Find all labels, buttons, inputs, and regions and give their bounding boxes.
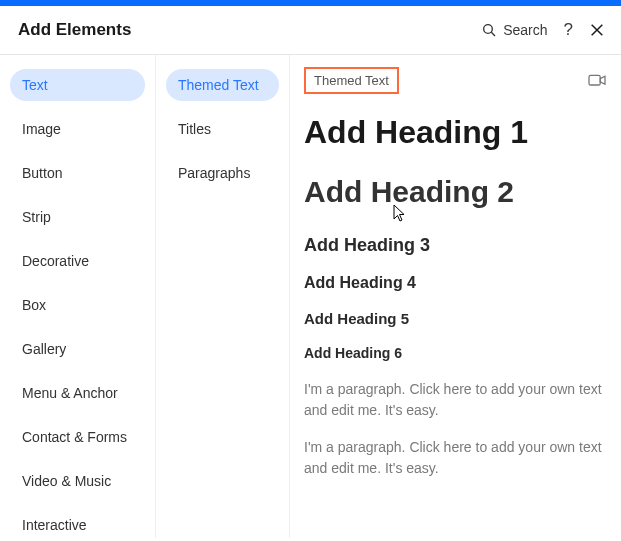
element-heading-5[interactable]: Add Heading 5 <box>304 310 607 327</box>
panel-body: Text Image Button Strip Decorative Box G… <box>0 55 621 538</box>
category-video-music[interactable]: Video & Music <box>10 465 145 497</box>
subcategory-paragraphs[interactable]: Paragraphs <box>166 157 279 189</box>
element-heading-1[interactable]: Add Heading 1 <box>304 114 607 151</box>
category-list: Text Image Button Strip Decorative Box G… <box>0 55 156 538</box>
category-strip[interactable]: Strip <box>10 201 145 233</box>
element-heading-6[interactable]: Add Heading 6 <box>304 345 607 361</box>
section-header: Themed Text <box>304 67 607 94</box>
element-paragraph-2[interactable]: I'm a paragraph. Click here to add your … <box>304 437 607 479</box>
search-icon <box>481 22 497 38</box>
search-label: Search <box>503 22 547 38</box>
category-gallery[interactable]: Gallery <box>10 333 145 365</box>
svg-rect-4 <box>589 75 600 85</box>
close-button[interactable] <box>589 22 605 38</box>
category-box[interactable]: Box <box>10 289 145 321</box>
category-contact-forms[interactable]: Contact & Forms <box>10 421 145 453</box>
subcategory-themed-text[interactable]: Themed Text <box>166 69 279 101</box>
category-text[interactable]: Text <box>10 69 145 101</box>
elements-preview: Themed Text Add Heading 1 Add Heading 2 … <box>290 55 621 538</box>
category-button[interactable]: Button <box>10 157 145 189</box>
element-heading-2-text: Add Heading 2 <box>304 175 514 208</box>
video-help-icon[interactable] <box>587 73 607 89</box>
subcategory-list: Themed Text Titles Paragraphs <box>156 55 290 538</box>
element-heading-3[interactable]: Add Heading 3 <box>304 235 607 256</box>
panel-header: Add Elements Search ? <box>0 6 621 55</box>
element-heading-4[interactable]: Add Heading 4 <box>304 274 607 292</box>
subcategory-titles[interactable]: Titles <box>166 113 279 145</box>
category-interactive[interactable]: Interactive <box>10 509 145 538</box>
panel-title: Add Elements <box>18 20 131 40</box>
header-actions: Search ? <box>481 20 605 40</box>
category-menu-anchor[interactable]: Menu & Anchor <box>10 377 145 409</box>
svg-point-0 <box>484 25 493 34</box>
element-heading-2[interactable]: Add Heading 2 <box>304 175 607 209</box>
svg-line-1 <box>492 32 496 36</box>
category-image[interactable]: Image <box>10 113 145 145</box>
help-button[interactable]: ? <box>564 20 573 40</box>
category-decorative[interactable]: Decorative <box>10 245 145 277</box>
search-button[interactable]: Search <box>481 22 547 38</box>
section-label: Themed Text <box>304 67 399 94</box>
element-paragraph-1[interactable]: I'm a paragraph. Click here to add your … <box>304 379 607 421</box>
